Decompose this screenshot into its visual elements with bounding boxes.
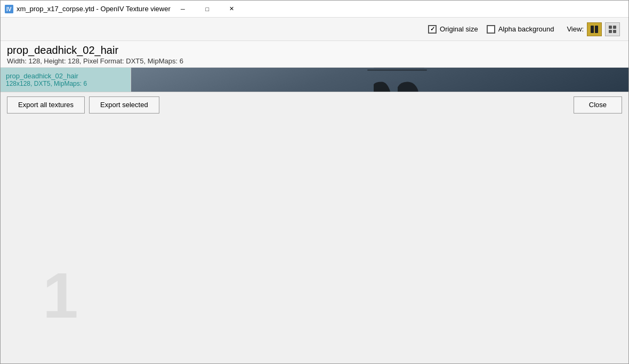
- alpha-background-checkbox[interactable]: [487, 25, 495, 34]
- close-button[interactable]: Close: [574, 96, 622, 114]
- view-single-button[interactable]: [587, 22, 602, 36]
- minimize-button[interactable]: ─: [171, 1, 195, 18]
- texture-info-bar: prop_deadhick_02_hair Width: 128, Height…: [1, 41, 628, 68]
- titlebar: IV xm_prop_x17_corpse.ytd - OpenIV Textu…: [1, 1, 628, 18]
- svg-rect-6: [609, 30, 612, 33]
- window-title: xm_prop_x17_corpse.ytd - OpenIV Texture …: [17, 5, 171, 13]
- alpha-background-label: Alpha background: [498, 25, 554, 33]
- alpha-background-control: Alpha background: [487, 25, 554, 34]
- original-size-control: Original size: [428, 25, 478, 34]
- toolbar: Original size Alpha background View:: [1, 18, 628, 41]
- original-size-label: Original size: [440, 25, 478, 33]
- sidebar-item[interactable]: prop_deadhick_02_hair 128x128, DXT5, Mip…: [1, 68, 131, 92]
- window-controls: ─ □ ✕: [171, 1, 244, 18]
- export-all-button[interactable]: Export all textures: [7, 96, 85, 114]
- view-label: View:: [567, 25, 584, 33]
- texture-details: Width: 128, Height: 128, Pixel Format: D…: [7, 57, 622, 65]
- export-selected-button[interactable]: Export selected: [89, 96, 159, 114]
- footer: Export all textures Export selected Clos…: [1, 92, 628, 117]
- view-control: View:: [562, 22, 620, 36]
- maximize-button[interactable]: □: [195, 1, 220, 18]
- svg-rect-4: [609, 26, 612, 29]
- texture-display: [363, 68, 448, 92]
- sidebar-item-name: prop_deadhick_02_hair: [6, 72, 125, 80]
- texture-name: prop_deadhick_02_hair: [7, 43, 622, 57]
- original-size-checkbox[interactable]: [428, 25, 437, 34]
- app-icon: IV: [5, 5, 13, 13]
- svg-rect-3: [595, 26, 598, 33]
- sidebar-item-meta: 128x128, DXT5, MipMaps: 6: [6, 80, 125, 87]
- content-area: 1 prop_deadhick_02_hair 128x128, DXT5, M…: [1, 68, 628, 92]
- close-window-button[interactable]: ✕: [220, 1, 244, 18]
- svg-rect-17: [367, 69, 427, 70]
- svg-text:IV: IV: [6, 6, 12, 12]
- svg-rect-5: [613, 26, 616, 29]
- texture-list-sidebar: 1 prop_deadhick_02_hair 128x128, DXT5, M…: [1, 68, 131, 92]
- view-grid-button[interactable]: [605, 22, 620, 36]
- texture-viewer: [131, 68, 628, 92]
- svg-rect-2: [591, 26, 594, 33]
- svg-rect-7: [613, 30, 616, 33]
